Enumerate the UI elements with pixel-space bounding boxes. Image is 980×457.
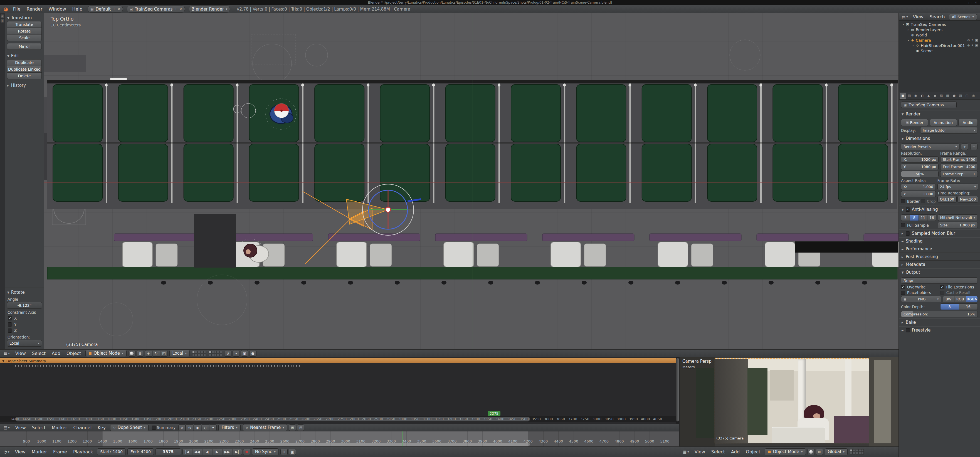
resolution-x-field[interactable]: X: 1920 px	[901, 156, 939, 163]
layer-toggle[interactable]	[208, 353, 211, 356]
layer-toggle[interactable]	[861, 449, 864, 452]
selectable-icon[interactable]: ↖	[971, 38, 974, 42]
aa-samples-8[interactable]: 8	[910, 215, 918, 221]
layer-toggle[interactable]	[214, 353, 217, 356]
timeline-menu-view[interactable]: View	[12, 447, 29, 457]
layer-toggle[interactable]	[204, 353, 206, 356]
layer-toggle[interactable]	[856, 449, 858, 452]
mode-dropdown[interactable]: ■ Object Mode ▾	[765, 448, 806, 455]
layer-toggle[interactable]	[858, 452, 861, 454]
texture-tab[interactable]: ▨	[958, 92, 964, 99]
checkbox[interactable]: ✓	[901, 285, 905, 289]
dopesheet-menu-key[interactable]: Key	[95, 424, 109, 431]
viewport-menu-add[interactable]: Add	[49, 350, 64, 357]
current-frame-line[interactable]	[402, 432, 403, 446]
maximize-icon[interactable]: □	[968, 1, 971, 5]
file-extensions-checkbox[interactable]: ✓ File Extensions	[940, 285, 978, 289]
layer-toggle[interactable]	[220, 353, 222, 356]
camera-preview-viewport[interactable]: Camera Persp Meters (3375) Camera	[679, 357, 899, 446]
add-preset-button[interactable]: +	[961, 143, 968, 150]
transport-button-0[interactable]: |◀	[183, 449, 192, 455]
viewport-shading-button[interactable]	[808, 449, 815, 455]
timeline-menu-playback[interactable]: Playback	[70, 447, 96, 457]
frame-step-field[interactable]: Frame Step: 1	[940, 171, 978, 177]
dopesheet-menu-select[interactable]: Select	[29, 424, 49, 431]
checkbox[interactable]	[8, 322, 12, 326]
checkbox[interactable]	[901, 291, 905, 295]
panel-metadata-header[interactable]: ►Metadata	[899, 261, 980, 268]
keying-set-button[interactable]: ⊙	[280, 449, 288, 455]
data-tab[interactable]: ▦	[945, 92, 951, 99]
layer-toggle[interactable]	[850, 449, 853, 452]
panel-history-header[interactable]: ► History	[5, 82, 44, 89]
layer-toggle[interactable]	[217, 353, 220, 356]
timeline-editor[interactable]: 9001000110012001300140015001600170018001…	[0, 432, 679, 446]
layer-toggle[interactable]	[200, 351, 203, 353]
render-button[interactable]: ▣ Render	[901, 119, 928, 126]
layer-toggle[interactable]	[858, 449, 861, 452]
tool-rotate[interactable]: Rotate	[7, 28, 42, 35]
outliner-item-scene[interactable]: ▣Scene	[899, 48, 980, 53]
anti-aliasing-checkbox[interactable]: ✓	[906, 207, 910, 212]
dope-sheet-summary-channel[interactable]: ▼ Dope Sheet Summary	[0, 358, 676, 363]
angle-field[interactable]: -8.122°	[7, 302, 42, 309]
expander-icon[interactable]: ▸	[912, 44, 915, 47]
add-scene-icon[interactable]: +	[174, 7, 177, 11]
layer-toggle[interactable]	[220, 351, 222, 353]
tool-duplicate[interactable]: Duplicate	[7, 59, 42, 66]
vscroll-thumb[interactable]	[676, 358, 679, 421]
snap-magnet-button[interactable]: ∪	[224, 350, 231, 357]
summary-checkbox[interactable]	[152, 425, 156, 430]
transport-button-4[interactable]: ▶▶	[223, 449, 232, 455]
aa-size-field[interactable]: Size: 1.000 px	[938, 222, 978, 228]
layer-toggle[interactable]	[856, 452, 858, 454]
layer-toggle[interactable]	[192, 351, 195, 353]
object-tab[interactable]: ▲	[926, 92, 932, 99]
crop-checkbox[interactable]: Crop	[921, 199, 936, 204]
layer-toggle[interactable]	[208, 351, 211, 353]
cache-result-checkbox[interactable]: Cache Result	[940, 290, 978, 295]
channels-rgb[interactable]: RGB	[955, 296, 966, 303]
rotate-panel-header[interactable]: ▼ Rotate	[5, 289, 44, 296]
tool-scale[interactable]: Scale	[7, 35, 42, 41]
blender-logo-icon[interactable]: ◕	[4, 6, 8, 12]
translate-manipulator-button[interactable]: +	[145, 350, 152, 357]
animation-button[interactable]: Animation	[930, 119, 957, 126]
selectable-icon[interactable]: ↖	[971, 44, 974, 47]
timeline-menu-marker[interactable]: Marker	[29, 447, 50, 457]
close-scene-icon[interactable]: ✕	[179, 7, 182, 11]
panel-bake-header[interactable]: ►Bake	[899, 318, 980, 326]
pivot-point-button[interactable]: ⊕	[137, 350, 144, 357]
record-button[interactable]: ●	[243, 449, 250, 455]
editor-type-button[interactable]: ▦ ▾	[681, 449, 691, 454]
render-tab[interactable]: ▣	[900, 92, 906, 99]
remap-old-field[interactable]: Old: 100	[937, 196, 957, 202]
layer-toggle[interactable]	[861, 452, 864, 454]
modifiers-tab[interactable]: ▧	[938, 92, 944, 99]
aa-samples-16[interactable]: 16	[928, 215, 936, 221]
remap-new-field[interactable]: New: 100	[958, 196, 978, 202]
channels-rgba[interactable]: RGBA	[966, 296, 978, 303]
dopesheet-menu-view[interactable]: View	[12, 424, 29, 431]
outliner-item-camera[interactable]: ▾◆Camera⊙↖▣	[899, 38, 980, 43]
checkbox[interactable]	[921, 199, 925, 203]
world-tab[interactable]: ◐	[919, 92, 925, 99]
checkbox[interactable]	[8, 328, 12, 333]
material-tab[interactable]: ●	[951, 92, 957, 99]
copy-keyframes-button[interactable]: ⊞	[289, 424, 296, 431]
panel-anti-aliasing-header[interactable]: ▼ ✓ Anti-Aliasing	[899, 205, 980, 213]
renderable-icon[interactable]: ▣	[975, 38, 978, 42]
minimize-icon[interactable]: —	[962, 1, 965, 5]
hide-icon[interactable]: ⊙	[967, 38, 970, 42]
scene-tab[interactable]: ◉	[913, 92, 919, 99]
camera-view-menu-select[interactable]: Select	[708, 447, 728, 457]
color-depth-16[interactable]: 16	[959, 303, 978, 310]
outliner-item-renderlayers[interactable]: ▸▤RenderLayers	[899, 27, 980, 32]
panel-sampled-motion-blur-header[interactable]: ►Sampled Motion Blur	[899, 229, 980, 237]
layer-toggle[interactable]	[204, 351, 206, 353]
renderable-icon[interactable]: ▣	[975, 44, 978, 47]
camera-view-menu-view[interactable]: View	[692, 447, 708, 457]
panel-shading-header[interactable]: ►Shading	[899, 237, 980, 245]
checkbox[interactable]: ✓	[8, 316, 12, 320]
render-presets-dropdown[interactable]: Render Presets ▾	[901, 143, 959, 150]
